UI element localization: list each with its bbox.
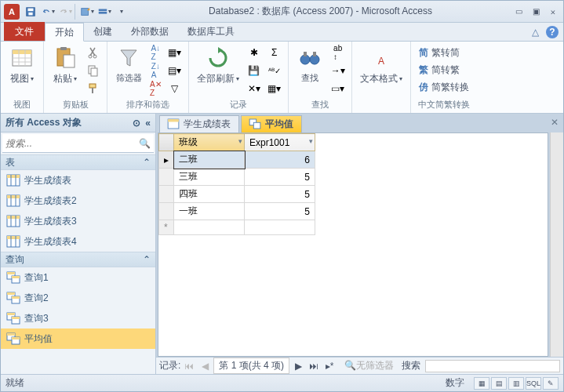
tab-file[interactable]: 文件 [4, 22, 45, 41]
row-selector-header[interactable] [159, 134, 174, 151]
nav-search-box[interactable]: 🔍 [2, 134, 154, 153]
tab-home[interactable]: 开始 [45, 23, 84, 42]
redo-icon[interactable]: ▾ [57, 4, 73, 20]
save-icon[interactable] [23, 4, 38, 20]
nav-collapse-icon[interactable]: « [145, 118, 151, 129]
trad-to-simp-button[interactable]: 简繁转简 [416, 44, 472, 61]
row-selector[interactable] [159, 203, 174, 220]
column-header[interactable]: 班级▾ [174, 134, 245, 151]
close-document-icon[interactable]: ✕ [551, 117, 559, 128]
save-record-icon[interactable]: 💾 [246, 62, 263, 79]
chart-view-button[interactable]: ▥ [508, 377, 524, 390]
clear-sort-icon[interactable]: A✕Z [148, 80, 163, 97]
record-position[interactable]: 第 1 项(共 4 项) [213, 358, 289, 374]
nav-item-table[interactable]: 学生成绩表3 [1, 211, 155, 231]
nav-category-queries[interactable]: 查询⌃ [1, 252, 155, 267]
datasheet-grid[interactable]: 班级▾ Expr1001▾ ▸二班6 三班5 四班5 一班5 * [158, 132, 548, 357]
replace-icon[interactable]: ab↕ [329, 44, 347, 61]
nav-category-tables[interactable]: 表⌃ [1, 154, 155, 170]
row-selector[interactable] [159, 186, 174, 203]
nav-item-table[interactable]: 学生成绩表4 [1, 231, 155, 252]
prev-record-button[interactable]: ◀ [198, 359, 212, 373]
delete-record-icon[interactable]: ✕▾ [246, 80, 263, 97]
datasheet-view-button[interactable]: ▦ [474, 377, 489, 390]
new-row-selector[interactable]: * [159, 220, 174, 235]
doc-tab-table[interactable]: 学生成绩表 [159, 115, 239, 132]
nav-search-input[interactable] [5, 138, 139, 149]
help-icon[interactable]: ? [546, 26, 559, 38]
nav-item-table[interactable]: 学生成绩表 [1, 170, 155, 191]
svg-rect-48 [7, 292, 15, 295]
grid-cell[interactable]: 二班 [174, 151, 245, 169]
nav-dropdown-icon[interactable]: ⊙ [133, 118, 140, 129]
paste-button[interactable]: 粘贴▾ [49, 44, 82, 87]
nav-item-query[interactable]: 查询2 [1, 288, 155, 308]
advanced-filter-icon[interactable]: ▤▾ [166, 62, 184, 79]
row-selector[interactable]: ▸ [159, 151, 174, 169]
grid-cell[interactable]: 6 [245, 151, 315, 169]
grid-cell[interactable] [174, 220, 245, 235]
record-search-input[interactable] [425, 360, 560, 372]
filter-button[interactable]: 筛选器 [112, 44, 145, 85]
first-record-button[interactable]: ⏮ [182, 359, 196, 373]
qat-extra1-icon[interactable]: ▾ [79, 4, 95, 20]
simp-to-trad-button[interactable]: 繁简转繁 [416, 61, 472, 78]
tab-create[interactable]: 创建 [84, 22, 122, 41]
grid-cell[interactable] [245, 220, 315, 235]
view-button[interactable]: 视图▾ [5, 44, 38, 87]
new-record-icon[interactable]: ✱ [246, 44, 263, 61]
copy-icon[interactable] [85, 62, 102, 79]
chinese-conv-button[interactable]: 侜简繁转换 [416, 78, 472, 96]
close-button[interactable]: ⨉ [546, 5, 560, 18]
grid-cell[interactable]: 5 [245, 186, 315, 203]
sort-asc-icon[interactable]: A↓Z [148, 44, 163, 61]
minimize-button[interactable]: ▭ [511, 5, 526, 18]
pivot-view-button[interactable]: ▤ [491, 377, 507, 390]
text-format-button[interactable]: A 文本格式▾ [357, 44, 406, 87]
refresh-icon [206, 45, 231, 71]
nav-item-table[interactable]: 学生成绩表2 [1, 191, 155, 211]
totals-icon[interactable]: Σ [266, 44, 283, 61]
design-view-button[interactable]: ✎ [543, 377, 559, 390]
format-painter-icon[interactable] [85, 80, 102, 97]
find-button[interactable]: 查找 [293, 44, 326, 85]
svg-rect-45 [12, 276, 20, 278]
select-icon[interactable]: ▭▾ [329, 80, 347, 97]
nav-pane-header[interactable]: 所有 Access 对象 ⊙« [1, 114, 155, 132]
next-record-button[interactable]: ▶ [291, 359, 305, 373]
toggle-filter-icon[interactable]: ▽ [166, 80, 184, 97]
nav-item-query[interactable]: 查询1 [1, 267, 155, 288]
more-records-icon[interactable]: ▦▾ [266, 80, 283, 97]
grid-cell[interactable]: 四班 [174, 186, 245, 203]
qat-customize-icon[interactable]: ▾ [114, 4, 129, 20]
column-dropdown-icon[interactable]: ▾ [238, 137, 242, 145]
refresh-all-button[interactable]: 全部刷新▾ [194, 44, 242, 87]
nav-item-query[interactable]: 查询3 [1, 308, 155, 328]
ribbon-minimize-icon[interactable]: △ [529, 26, 541, 38]
doc-tab-query[interactable]: 平均值 [241, 115, 302, 132]
tab-external[interactable]: 外部数据 [122, 22, 178, 41]
tab-tools[interactable]: 数据库工具 [178, 22, 244, 41]
row-selector[interactable] [159, 169, 174, 186]
maximize-button[interactable]: ▣ [529, 5, 543, 18]
selection-filter-icon[interactable]: ▦▾ [166, 44, 184, 61]
nav-item-query[interactable]: 平均值 [1, 328, 155, 349]
qat-extra2-icon[interactable]: ▾ [96, 4, 112, 20]
cut-icon[interactable] [85, 44, 102, 61]
grid-cell[interactable]: 三班 [174, 169, 245, 186]
grid-cell[interactable]: 5 [245, 203, 315, 220]
goto-icon[interactable]: →▾ [329, 62, 347, 79]
grid-cell[interactable]: 一班 [174, 203, 245, 220]
window-title: Database2 : 数据库 (Access 2007) - Microsof… [129, 5, 511, 18]
new-record-button[interactable]: ▸* [322, 359, 337, 373]
undo-icon[interactable]: ▾ [40, 4, 56, 20]
sql-view-button[interactable]: SQL [526, 377, 541, 390]
last-record-button[interactable]: ⏭ [307, 359, 321, 373]
spelling-icon[interactable]: ᴬᴮ✓ [266, 62, 283, 79]
column-dropdown-icon[interactable]: ▾ [309, 137, 313, 145]
search-icon[interactable]: 🔍 [139, 138, 151, 149]
vertical-scrollbar[interactable] [550, 132, 563, 357]
column-header[interactable]: Expr1001▾ [245, 134, 315, 151]
grid-cell[interactable]: 5 [245, 169, 315, 186]
sort-desc-icon[interactable]: Z↓A [148, 62, 163, 79]
